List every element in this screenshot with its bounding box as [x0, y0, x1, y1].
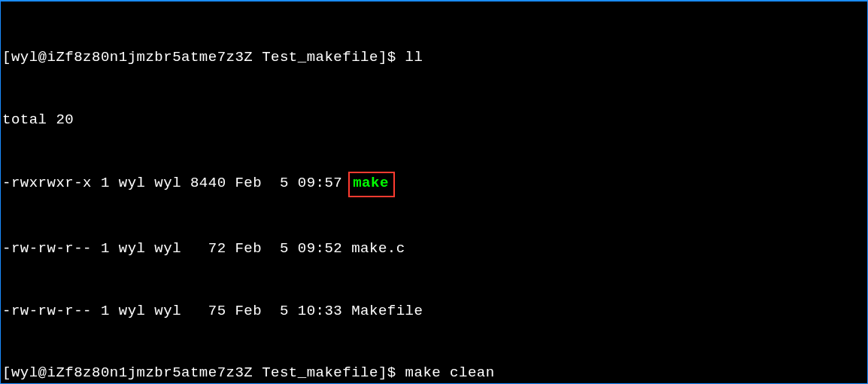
list-row: -rw-rw-r-- 1 wyl wyl 75 Feb 5 10:33 Make…	[2, 301, 866, 322]
file-name-executable: make	[353, 175, 389, 191]
shell-prompt: [wyl@iZf8z80n1jmzbr5atme7z3Z Test_makefi…	[2, 49, 405, 66]
total-line: total 20	[2, 110, 866, 131]
command-text: make clean	[405, 364, 495, 381]
file-perms: -rwxrwxr-x 1 wyl wyl 8440 Feb 5 09:57	[2, 175, 351, 191]
terminal-output[interactable]: [wyl@iZf8z80n1jmzbr5atme7z3Z Test_makefi…	[2, 6, 866, 384]
prompt-line: [wyl@iZf8z80n1jmzbr5atme7z3Z Test_makefi…	[2, 363, 866, 384]
terminal-window[interactable]: [wyl@iZf8z80n1jmzbr5atme7z3Z Test_makefi…	[0, 0, 868, 384]
command-text: ll	[405, 49, 423, 66]
list-row: -rwxrwxr-x 1 wyl wyl 8440 Feb 5 09:57 ma…	[2, 172, 866, 197]
shell-prompt: [wyl@iZf8z80n1jmzbr5atme7z3Z Test_makefi…	[2, 364, 405, 381]
list-row: -rw-rw-r-- 1 wyl wyl 72 Feb 5 09:52 make…	[2, 239, 866, 260]
highlight-box: make	[348, 172, 395, 197]
prompt-line: [wyl@iZf8z80n1jmzbr5atme7z3Z Test_makefi…	[2, 47, 866, 69]
